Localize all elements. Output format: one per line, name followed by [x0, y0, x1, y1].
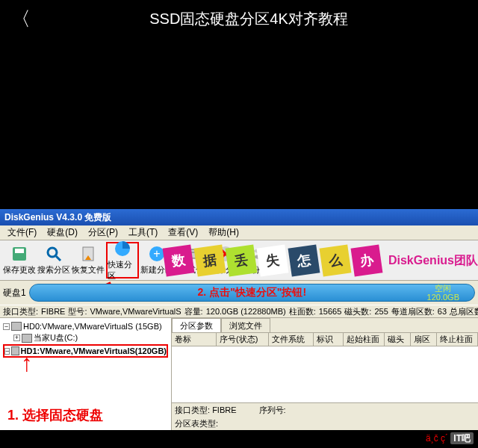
drive-icon [11, 346, 19, 355]
collapse-icon[interactable]: − [4, 348, 10, 355]
window-titlebar: DiskGenius V4.3.0 免费版 [0, 209, 478, 225]
search-icon [45, 245, 63, 263]
recover-icon [79, 245, 97, 263]
disk-capacity-capsule[interactable]: 2. 点击"快速分区"按钮! 空闲 120.0GB [29, 284, 475, 302]
save-icon [10, 245, 28, 263]
th-fs: 文件系统 [269, 333, 314, 346]
drive-icon [22, 334, 32, 343]
video-black-area [0, 37, 478, 209]
svg-line-3 [56, 256, 60, 261]
tab-browse-files[interactable]: 浏览文件 [221, 318, 270, 332]
menu-disk[interactable]: 硬盘(D) [43, 226, 82, 239]
recover-files-button[interactable]: 恢复文件 [72, 242, 105, 279]
table-panel: 分区参数 浏览文件 卷标 序号(状态) 文件系统 标识 起始柱面 磁头 扇区 终… [172, 318, 478, 430]
table-header: 卷标 序号(状态) 文件系统 标识 起始柱面 磁头 扇区 终止柱面 [172, 333, 478, 346]
th-heads: 磁头 [385, 333, 411, 346]
tab-row: 分区参数 浏览文件 [172, 318, 478, 333]
ad-banner: 数 据 丢 失 怎 么 办 DiskGenius团队 [163, 240, 478, 281]
menu-view[interactable]: 查看(V) [164, 226, 202, 239]
th-serial: 序号(状态) [217, 333, 269, 346]
tool-label: 恢复文件 [72, 264, 105, 276]
th-end-cyl: 终止柱面 [437, 333, 478, 346]
annotation-2-text: 2. 点击"快速分区"按钮! [198, 286, 307, 299]
diskgenius-window: DiskGenius V4.3.0 免费版 文件(F) 硬盘(D) 分区(P) … [0, 209, 478, 430]
footer-info-2: 分区表类型: [172, 417, 478, 430]
banner-char: 据 [194, 245, 226, 277]
page-title: SSD固态硬盘分区4K对齐教程 [60, 9, 437, 29]
tree-label: 当家U盘(C:) [34, 332, 78, 343]
tool-label: 搜索分区 [37, 264, 70, 276]
banner-brand: DiskGenius团队 [388, 253, 478, 269]
app-title: DiskGenius V4.3.0 免费版 [4, 211, 111, 224]
svg-text:+: + [153, 247, 160, 260]
back-chevron-icon[interactable]: 〈 [11, 6, 31, 32]
banner-char: 怎 [288, 245, 320, 277]
annotation-arrow-1-icon: ↑ [21, 349, 33, 377]
disk-tree-panel: − HD0:VMware,VMwareVirtualS (15GB) + 当家U… [0, 318, 172, 430]
expand-icon[interactable]: + [13, 335, 20, 341]
save-button[interactable]: 保存更改 [3, 242, 36, 279]
menu-help[interactable]: 帮助(H) [204, 226, 243, 239]
table-body [172, 346, 478, 403]
tool-label: 保存更改 [3, 264, 36, 276]
disk-free-label: 空闲 120.0GB [427, 284, 459, 302]
banner-char: 丢 [226, 245, 258, 277]
menu-tools[interactable]: 工具(T) [124, 226, 162, 239]
menu-file[interactable]: 文件(F) [3, 226, 41, 239]
menu-partition[interactable]: 分区(P) [84, 226, 122, 239]
drive-icon [11, 322, 22, 331]
tab-partition-params[interactable]: 分区参数 [172, 318, 221, 332]
mobile-header: 〈 SSD固态硬盘分区4K对齐教程 [0, 0, 478, 37]
banner-char: 办 [351, 245, 383, 277]
watermark-box: IT吧 [450, 432, 474, 444]
banner-char: 失 [257, 245, 289, 277]
collapse-icon[interactable]: − [3, 323, 10, 330]
menu-bar: 文件(F) 硬盘(D) 分区(P) 工具(T) 查看(V) 帮助(H) [0, 225, 478, 240]
th-start-cyl: 起始柱面 [344, 333, 385, 346]
banner-char: 么 [320, 245, 352, 277]
tree-row-hd0-child[interactable]: + 当家U盘(C:) [13, 332, 168, 344]
annotation-1-text: 1. 选择固态硬盘 [7, 406, 103, 424]
tree-label: HD1:VMware,VMwareVirtualS(120GB) [21, 346, 167, 355]
watermark: ä¸č ç´ IT吧 [426, 432, 474, 445]
svg-rect-1 [15, 249, 24, 253]
quick-partition-icon [114, 240, 131, 258]
disk-info-bar: 接口类型:FIBRE 型号:VMware,VMwareVirtualS 容量:1… [0, 305, 478, 318]
banner-char: 数 [163, 245, 195, 277]
toolbar: 保存更改 搜索分区 恢复文件 快速分区 + 新建分区 格式化 删除分区 备份分区 [0, 240, 478, 281]
footer-info: 接口类型: FIBRE 序列号: [172, 403, 478, 417]
disk-bar: ↖ 硬盘1 2. 点击"快速分区"按钮! 空闲 120.0GB [0, 281, 478, 305]
th-flag: 标识 [314, 333, 344, 346]
tree-row-hd0[interactable]: − HD0:VMware,VMwareVirtualS (15GB) [3, 321, 168, 332]
th-volume: 卷标 [172, 333, 217, 346]
search-partition-button[interactable]: 搜索分区 [37, 242, 70, 279]
watermark-chars: ä¸č ç´ [426, 433, 448, 444]
content-area: − HD0:VMware,VMwareVirtualS (15GB) + 当家U… [0, 318, 478, 430]
svg-point-2 [48, 248, 57, 257]
disk-label: 硬盘1 [3, 287, 26, 299]
th-sectors: 扇区 [411, 333, 437, 346]
tree-label: HD0:VMware,VMwareVirtualS (15GB) [23, 322, 162, 331]
